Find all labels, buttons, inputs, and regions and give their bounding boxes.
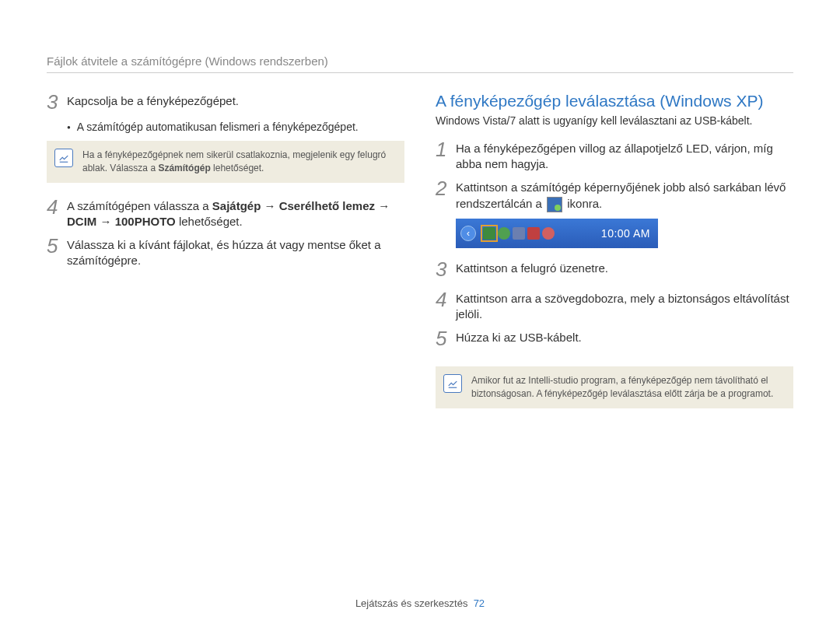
- arrow: →: [96, 215, 114, 228]
- safely-remove-icon: [547, 197, 562, 212]
- step-text: Kattintson a számítógép képernyőjének jo…: [456, 178, 793, 212]
- note-icon: [54, 149, 73, 167]
- footer-label: Lejátszás és szerkesztés: [355, 597, 468, 609]
- step-number: 5: [436, 325, 456, 352]
- note-text: lehetőséget.: [211, 163, 264, 173]
- left-step-4: 4 A számítógépen válassza a Sajátgép → C…: [47, 197, 404, 230]
- step-text: Válassza ki a kívánt fájlokat, és húzza …: [67, 236, 404, 269]
- page-header: Fájlok átvitele a számítógépre (Windows …: [47, 54, 793, 73]
- note-bold: Számítógép: [158, 163, 210, 173]
- right-step-5: 5 Húzza ki az USB-kábelt.: [436, 328, 793, 352]
- left-column: 3 Kapcsolja be a fényképezőgépet. A szám…: [47, 92, 404, 422]
- step-text: A számítógépen válassza a Sajátgép → Cse…: [67, 197, 404, 230]
- note-text: Amikor fut az Intelli-studio program, a …: [471, 375, 773, 399]
- tray-icon: [498, 227, 510, 240]
- section-title: A fényképezőgép leválasztása (Windows XP…: [436, 92, 793, 110]
- step-number: 1: [436, 136, 456, 163]
- step-text: Kapcsolja be a fényképezőgépet.: [67, 92, 404, 109]
- step-text: Kattintson a felugró üzenetre.: [456, 259, 793, 276]
- bullet-text: A számítógép automatikusan felismeri a f…: [77, 121, 359, 133]
- note-icon: [443, 374, 462, 393]
- taskbar-screenshot: ‹ 10:00 AM: [456, 219, 658, 248]
- step-text: Húzza ki az USB-kábelt.: [456, 328, 793, 345]
- step-text: Ha a fényképezőgépen villog az állapotje…: [456, 139, 793, 173]
- arrow: →: [261, 199, 278, 212]
- step-number: 2: [436, 175, 456, 202]
- t: lehetőséget.: [176, 215, 243, 228]
- taskbar-expand-icon: ‹: [460, 226, 476, 241]
- tray-icon: [542, 227, 555, 240]
- tray-volume-icon: [527, 227, 540, 240]
- taskbar-clock: 10:00 AM: [601, 227, 653, 240]
- step-text: Kattintson arra a szövegdobozra, mely a …: [456, 289, 793, 323]
- step-number: 5: [47, 233, 67, 260]
- step-number: 4: [436, 286, 456, 313]
- taskbar-highlighted-icon: [481, 225, 498, 242]
- left-step-5: 5 Válassza ki a kívánt fájlokat, és húzz…: [47, 236, 404, 269]
- arrow: →: [375, 199, 390, 212]
- tray-icon: [513, 227, 525, 240]
- t: 100PHOTO: [115, 215, 176, 228]
- left-step3-bullet: A számítógép automatikusan felismeri a f…: [67, 121, 404, 133]
- t: A számítógépen válassza a: [67, 199, 212, 212]
- t: DCIM: [67, 215, 96, 228]
- t: Cserélhető lemez: [279, 199, 375, 212]
- step-number: 4: [47, 194, 67, 221]
- t: ikonra.: [564, 197, 602, 210]
- right-step-3: 3 Kattintson a felugró üzenetre.: [436, 259, 793, 283]
- right-step-1: 1 Ha a fényképezőgépen villog az állapot…: [436, 139, 793, 173]
- page-number: 72: [474, 597, 485, 609]
- step-number: 3: [47, 89, 67, 116]
- t: Sajátgép: [212, 199, 261, 212]
- left-step-3: 3 Kapcsolja be a fényképezőgépet.: [47, 92, 404, 116]
- section-subtext: Windows Vista/7 alatt is ugyanígy kell l…: [436, 114, 793, 128]
- t: Kattintson a számítógép képernyőjének jo…: [456, 180, 786, 209]
- page-footer: Lejátszás és szerkesztés 72: [0, 597, 840, 609]
- safely-remove-tray-icon: [483, 227, 495, 240]
- right-note-box: Amikor fut az Intelli-studio program, a …: [436, 366, 793, 408]
- right-step-4: 4 Kattintson arra a szövegdobozra, mely …: [436, 289, 793, 323]
- right-step-2: 2 Kattintson a számítógép képernyőjének …: [436, 178, 793, 212]
- step-number: 3: [436, 256, 456, 283]
- left-note-box: Ha a fényképezőgépnek nem sikerül csatla…: [47, 141, 404, 183]
- right-column: A fényképezőgép leválasztása (Windows XP…: [436, 92, 793, 422]
